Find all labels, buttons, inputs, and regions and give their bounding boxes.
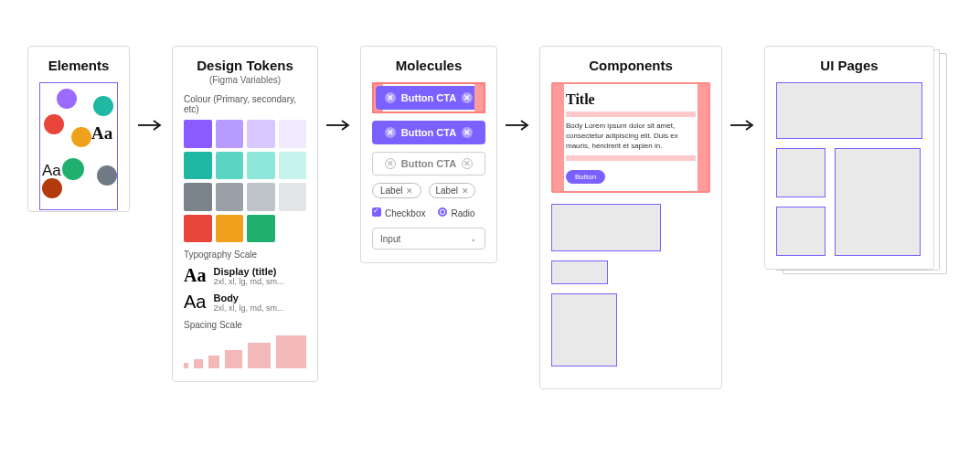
button-cta-outline[interactable]: ✕ Button CTA ✕ (372, 152, 485, 175)
card-body: Body Lorem ipsum dolor sit amet, consect… (566, 121, 696, 152)
label-colour: Colour (Primary, secondary, etc) (184, 94, 306, 114)
color-swatch (279, 183, 307, 211)
checkbox-icon (372, 207, 381, 217)
panel-design-tokens: Design Tokens (Figma Variables) Colour (… (172, 46, 318, 382)
page-region (776, 207, 826, 256)
color-dot (42, 178, 62, 198)
panel-ui-pages: UI Pages (764, 46, 934, 270)
type-row: AaDisplay (title)2xl, xl, lg, md, sm... (184, 265, 306, 286)
chip-label[interactable]: Label ✕ (372, 183, 421, 198)
glyph-serif: Aa (91, 123, 112, 143)
radio-icon (438, 207, 447, 217)
radio[interactable]: Radio (438, 207, 474, 218)
page-region (776, 148, 826, 197)
color-dot (93, 96, 113, 116)
spacing-token (225, 350, 241, 368)
type-sizes: 2xl, xl, lg, md, sm... (213, 303, 283, 313)
example-card: Title Body Lorem ipsum dolor sit amet, c… (551, 82, 710, 193)
type-name: Display (title) (213, 266, 283, 277)
close-icon: ✕ (406, 186, 413, 196)
type-glyph: Aa (184, 265, 206, 286)
spacing-token (276, 335, 306, 368)
spacing-token (208, 356, 220, 368)
panel-title-pages: UI Pages (776, 58, 922, 73)
color-swatch (216, 183, 244, 211)
color-swatch (247, 215, 275, 243)
color-swatch (184, 152, 212, 180)
label-typography: Typography Scale (184, 250, 306, 260)
arrow-icon (505, 119, 532, 132)
spacing-token (248, 343, 272, 368)
label-spacing: Spacing Scale (184, 320, 306, 330)
button-label: Button CTA (401, 158, 456, 169)
select-input[interactable]: Input ⌄ (372, 228, 485, 250)
chip-row: Label ✕ Label ✕ (372, 183, 485, 198)
button-label: Button CTA (401, 92, 456, 103)
color-swatch (279, 152, 307, 180)
color-dot (44, 114, 64, 134)
color-swatch (247, 152, 275, 180)
color-swatch (216, 215, 244, 243)
glyph-sans: Aa (42, 162, 61, 180)
spacing-highlight (566, 155, 696, 161)
spacing-scale (184, 335, 306, 368)
type-row: AaBody2xl, xl, lg, md, sm... (184, 292, 306, 313)
type-sizes: 2xl, xl, lg, md, sm... (213, 277, 283, 286)
panel-molecules: Molecules ✕ Button CTA ✕ ✕ Button CTA ✕ … (360, 46, 497, 263)
arrow-icon (137, 119, 165, 132)
select-label: Input (380, 234, 400, 244)
spacing-highlight (566, 112, 696, 117)
color-swatch (184, 120, 212, 148)
diagram-stage: Elements Aa Aa Design Tokens (Figma Vari… (0, 0, 980, 435)
selected-button-highlight: ✕ Button CTA ✕ (372, 82, 485, 113)
arrow-icon (730, 119, 757, 132)
color-swatch (279, 120, 307, 148)
button-cta-primary[interactable]: ✕ Button CTA ✕ (372, 121, 485, 144)
button-label: Button CTA (401, 127, 456, 138)
color-swatch (216, 152, 244, 180)
card-button[interactable]: Button (566, 170, 605, 184)
type-glyph: Aa (184, 292, 206, 313)
color-swatch (247, 120, 275, 148)
color-swatch (216, 120, 244, 148)
panel-elements: Elements Aa Aa (27, 46, 130, 212)
type-list: AaDisplay (title)2xl, xl, lg, md, sm...A… (184, 265, 306, 313)
color-dot (57, 89, 77, 109)
panel-title-elements: Elements (39, 58, 118, 73)
panel-title-components: Components (551, 58, 710, 73)
color-swatch (184, 215, 212, 243)
close-icon: ✕ (462, 127, 473, 138)
swatch-grid (184, 120, 306, 242)
button-cta-primary-selected[interactable]: ✕ Button CTA ✕ (376, 86, 482, 110)
close-icon: ✕ (462, 186, 469, 196)
color-dot (62, 158, 84, 180)
type-name: Body (213, 292, 283, 303)
component-placeholder (551, 204, 661, 251)
panel-title-tokens: Design Tokens (184, 58, 306, 73)
chip-text: Label (380, 186, 402, 196)
spacing-token (194, 359, 202, 368)
panel-components: Components Title Body Lorem ipsum dolor … (539, 46, 722, 389)
close-icon: ✕ (385, 127, 396, 138)
checkbox-label: Checkbox (385, 208, 425, 218)
chip-label-alt[interactable]: Label ✕ (429, 183, 474, 198)
chevron-down-icon: ⌄ (470, 234, 477, 243)
page-region (835, 148, 921, 256)
component-placeholder (551, 293, 617, 367)
close-icon: ✕ (462, 158, 473, 169)
tokens-subtitle: (Figma Variables) (184, 75, 306, 85)
card-title: Title (566, 91, 696, 108)
checkbox[interactable]: Checkbox (372, 207, 425, 218)
panel-title-molecules: Molecules (372, 58, 485, 73)
color-dot (71, 127, 91, 147)
radio-label: Radio (451, 208, 474, 218)
spacing-token (184, 363, 188, 368)
close-icon: ✕ (462, 92, 473, 103)
chip-text: Label (435, 186, 457, 196)
color-swatch (247, 183, 275, 211)
color-swatch (184, 183, 212, 211)
close-icon: ✕ (385, 158, 396, 169)
page-region (776, 82, 922, 139)
arrow-icon (325, 119, 353, 132)
panel-ui-pages-stack: UI Pages (764, 46, 947, 283)
